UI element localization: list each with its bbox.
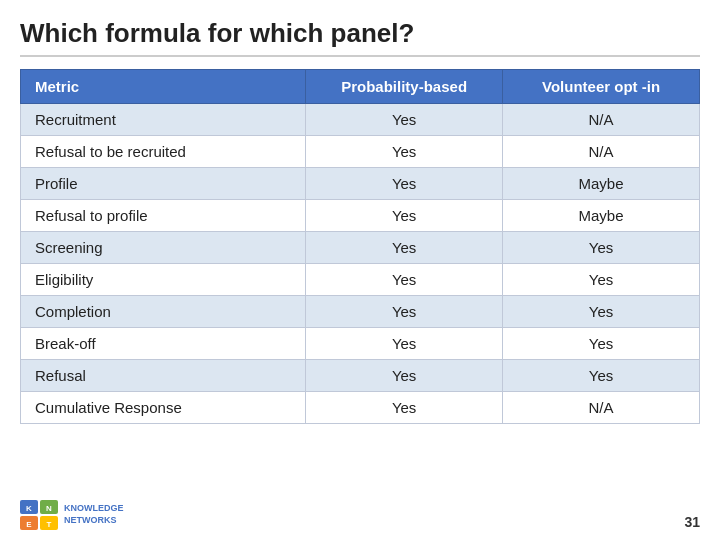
cell-metric: Break-off xyxy=(21,328,306,360)
svg-text:K: K xyxy=(26,504,32,513)
table-row: CompletionYesYes xyxy=(21,296,700,328)
svg-text:E: E xyxy=(26,520,32,529)
cell-metric: Refusal xyxy=(21,360,306,392)
logo-area: K N E T KNOWLEDGE NETWORKS xyxy=(20,500,124,530)
footer: K N E T KNOWLEDGE NETWORKS 31 xyxy=(20,496,700,530)
header-metric: Metric xyxy=(21,70,306,104)
cell-volunteer: N/A xyxy=(503,104,700,136)
cell-probability: Yes xyxy=(306,360,503,392)
cell-volunteer: Yes xyxy=(503,264,700,296)
cell-probability: Yes xyxy=(306,392,503,424)
cell-metric: Completion xyxy=(21,296,306,328)
cell-probability: Yes xyxy=(306,296,503,328)
cell-metric: Screening xyxy=(21,232,306,264)
table-row: Refusal to profileYesMaybe xyxy=(21,200,700,232)
table-row: ProfileYesMaybe xyxy=(21,168,700,200)
table-row: Cumulative ResponseYesN/A xyxy=(21,392,700,424)
table-row: RefusalYesYes xyxy=(21,360,700,392)
cell-metric: Cumulative Response xyxy=(21,392,306,424)
cell-metric: Profile xyxy=(21,168,306,200)
table-row: RecruitmentYesN/A xyxy=(21,104,700,136)
logo-icon: K N E T xyxy=(20,500,58,530)
table-row: Refusal to be recruitedYesN/A xyxy=(21,136,700,168)
cell-metric: Recruitment xyxy=(21,104,306,136)
cell-volunteer: Maybe xyxy=(503,168,700,200)
cell-probability: Yes xyxy=(306,168,503,200)
cell-probability: Yes xyxy=(306,136,503,168)
table-row: Break-offYesYes xyxy=(21,328,700,360)
cell-probability: Yes xyxy=(306,200,503,232)
cell-probability: Yes xyxy=(306,104,503,136)
page-title: Which formula for which panel? xyxy=(20,18,700,57)
cell-volunteer: N/A xyxy=(503,392,700,424)
table-row: EligibilityYesYes xyxy=(21,264,700,296)
page-container: Which formula for which panel? Metric Pr… xyxy=(0,0,720,540)
cell-volunteer: N/A xyxy=(503,136,700,168)
table-row: ScreeningYesYes xyxy=(21,232,700,264)
svg-text:T: T xyxy=(47,520,52,529)
header-volunteer: Volunteer opt -in xyxy=(503,70,700,104)
cell-volunteer: Maybe xyxy=(503,200,700,232)
page-number: 31 xyxy=(684,514,700,530)
svg-text:N: N xyxy=(46,504,52,513)
logo-text: KNOWLEDGE NETWORKS xyxy=(64,503,124,526)
cell-probability: Yes xyxy=(306,264,503,296)
formula-table: Metric Probability-based Volunteer opt -… xyxy=(20,69,700,424)
cell-probability: Yes xyxy=(306,328,503,360)
cell-volunteer: Yes xyxy=(503,360,700,392)
cell-probability: Yes xyxy=(306,232,503,264)
cell-metric: Eligibility xyxy=(21,264,306,296)
cell-metric: Refusal to be recruited xyxy=(21,136,306,168)
cell-volunteer: Yes xyxy=(503,328,700,360)
table-header-row: Metric Probability-based Volunteer opt -… xyxy=(21,70,700,104)
cell-volunteer: Yes xyxy=(503,232,700,264)
header-probability: Probability-based xyxy=(306,70,503,104)
cell-metric: Refusal to profile xyxy=(21,200,306,232)
cell-volunteer: Yes xyxy=(503,296,700,328)
